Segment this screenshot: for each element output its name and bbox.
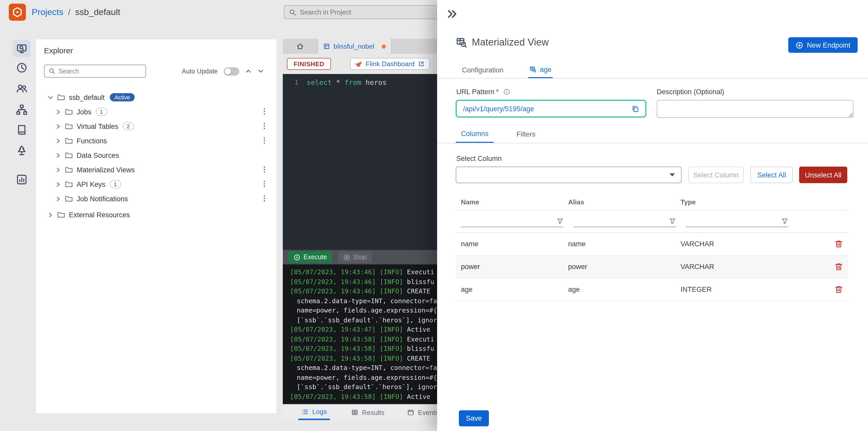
execute-button[interactable]: Execute — [288, 252, 332, 263]
tab-events[interactable]: Events — [404, 405, 442, 420]
alias-filter-input[interactable] — [573, 217, 669, 227]
select-column-button[interactable]: Select Column — [688, 167, 744, 183]
description-textarea[interactable] — [657, 100, 854, 118]
select-column-dropdown[interactable] — [456, 167, 682, 183]
chevron-right-icon[interactable] — [55, 166, 62, 173]
folder-icon — [65, 195, 73, 203]
tree-item-jobs[interactable]: Jobs 1 — [36, 104, 277, 119]
name-filter-field[interactable] — [461, 214, 563, 227]
editor-tab-blissful-nobel[interactable]: blissful_nobel — [318, 39, 392, 54]
tree-item-materialized-views[interactable]: Materialized Views — [36, 162, 277, 177]
tab-events-label: Events — [418, 408, 439, 416]
chevron-right-icon[interactable] — [55, 195, 62, 202]
delete-column-button[interactable] — [834, 285, 843, 294]
tab-results[interactable]: Results — [348, 405, 388, 420]
project-search-box[interactable] — [284, 5, 455, 19]
log-message: Executi — [407, 335, 434, 343]
brand-icon — [12, 7, 23, 18]
endpoint-icon — [530, 66, 537, 73]
tab-endpoint-age[interactable]: age — [529, 62, 553, 78]
kebab-menu-icon[interactable] — [260, 166, 268, 173]
tree-item-functions[interactable]: Functions — [36, 133, 277, 148]
kebab-menu-icon[interactable] — [260, 108, 268, 115]
alias-filter-field[interactable] — [573, 214, 676, 227]
tree-item-virtual-tables[interactable]: Virtual Tables 2 — [36, 119, 277, 133]
chevron-right-icon[interactable] — [55, 181, 62, 188]
log-message: blissfu — [407, 277, 434, 285]
delete-column-button[interactable] — [834, 239, 843, 248]
chevron-right-icon[interactable] — [55, 137, 62, 144]
sql-operator: * — [336, 78, 340, 87]
filter-funnel-icon[interactable] — [669, 218, 676, 225]
filter-funnel-icon[interactable] — [557, 218, 563, 225]
tab-logs[interactable]: Logs — [298, 405, 330, 420]
subtab-filters[interactable]: Filters — [512, 126, 541, 143]
select-all-button[interactable]: Select All — [750, 167, 793, 183]
home-tab[interactable] — [283, 39, 318, 54]
auto-update-toggle[interactable] — [223, 67, 239, 75]
tree-item-external-resources[interactable]: External Resources — [36, 207, 277, 222]
subtab-columns[interactable]: Columns — [456, 126, 494, 143]
kebab-menu-icon[interactable] — [260, 180, 268, 188]
kebab-menu-icon[interactable] — [260, 122, 268, 130]
rail-history-icon[interactable] — [13, 59, 31, 76]
rail-documentation-icon[interactable] — [13, 121, 31, 139]
breadcrumb-projects-link[interactable]: Projects — [32, 7, 63, 17]
tree-item-label: Functions — [76, 137, 107, 144]
tree-item-ssb-default[interactable]: ssb_default Active — [36, 90, 277, 104]
tab-configuration[interactable]: Configuration — [461, 62, 505, 78]
type-filter-field[interactable] — [686, 214, 788, 227]
collapse-all-icon[interactable] — [245, 68, 251, 74]
log-level: [INFO] — [380, 287, 403, 295]
tree-item-job-notifications[interactable]: Job Notifications — [36, 192, 277, 206]
tree-item-data-sources[interactable]: Data Sources — [36, 148, 277, 162]
tab-logs-label: Logs — [312, 408, 327, 416]
save-button[interactable]: Save — [459, 410, 489, 426]
log-message: [`ssb`.`ssb_default`.`heros`], ignore — [297, 383, 441, 391]
chevron-right-icon[interactable] — [55, 108, 62, 115]
tree-item-label: Virtual Tables — [76, 122, 118, 130]
collapse-panel-icon[interactable] — [446, 8, 458, 20]
delete-column-button[interactable] — [834, 262, 843, 271]
url-pattern-label: URL Pattern* — [456, 88, 510, 96]
materialized-view-panel: Materialized View New Endpoint Configura… — [437, 0, 868, 431]
name-filter-input[interactable] — [461, 217, 557, 227]
type-filter-input[interactable] — [686, 217, 781, 227]
url-pattern-input[interactable] — [463, 105, 627, 112]
explorer-search-input[interactable] — [59, 68, 142, 75]
chevron-right-icon[interactable] — [55, 123, 62, 130]
url-pattern-field[interactable] — [456, 100, 646, 118]
filter-funnel-icon[interactable] — [781, 218, 788, 225]
explorer-search-box[interactable] — [44, 65, 146, 77]
copy-icon[interactable] — [631, 105, 639, 112]
stop-circle-icon — [343, 254, 350, 261]
cell-name: age — [456, 286, 568, 293]
chevron-right-icon[interactable] — [47, 211, 54, 218]
project-search-input[interactable] — [300, 8, 450, 16]
log-message: schema.2.data-type=INT, connector=fak — [297, 297, 441, 304]
tree-item-api-keys[interactable]: API Keys 1 — [36, 177, 277, 192]
new-endpoint-button[interactable]: New Endpoint — [788, 37, 858, 53]
rail-environment-icon[interactable] — [13, 142, 31, 159]
log-message: schema.2.data-type=INT, connector=fak — [297, 364, 441, 371]
info-icon[interactable] — [503, 89, 510, 95]
flink-dashboard-button[interactable]: Flink Dashboard — [350, 58, 430, 70]
columns-table: Name Alias Type — [456, 194, 848, 301]
log-level: [INFO] — [380, 393, 403, 400]
play-circle-icon — [293, 254, 300, 261]
rail-teams-icon[interactable] — [13, 80, 31, 97]
kebab-menu-icon[interactable] — [260, 195, 268, 202]
app-logo[interactable] — [9, 4, 26, 21]
unselect-all-button[interactable]: Unselect All — [799, 167, 847, 183]
rail-data-flow-icon[interactable] — [13, 101, 31, 119]
rail-explorer-icon[interactable] — [13, 40, 31, 58]
expand-all-icon[interactable] — [257, 68, 264, 74]
stop-button[interactable]: Stop — [338, 252, 372, 263]
kebab-menu-icon[interactable] — [260, 137, 268, 144]
logs-icon — [302, 408, 309, 415]
chevron-down-icon[interactable] — [47, 94, 54, 101]
select-column-label: Select Column — [456, 155, 502, 162]
rail-monitoring-icon[interactable] — [13, 171, 31, 188]
subtab-columns-label: Columns — [461, 130, 489, 138]
chevron-right-icon[interactable] — [55, 152, 62, 159]
